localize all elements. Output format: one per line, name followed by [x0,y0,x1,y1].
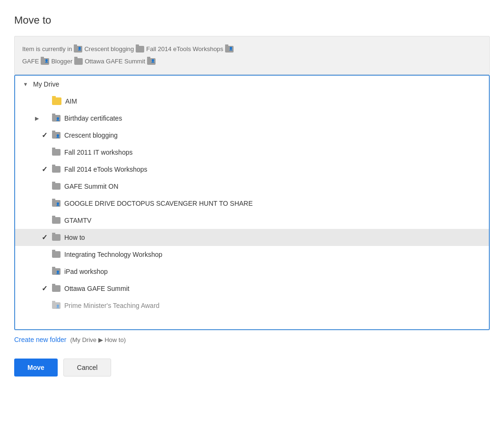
tree-item-crescent-label: Crescent blogging [64,131,118,139]
dialog-title: Move to [14,9,490,26]
location-line-2: GAFE Blogger Ottawa GAFE Summit [22,55,482,68]
shared-folder-icon [74,46,82,53]
tree-item-ipad-label: iPad workshop [64,268,108,275]
location-folder-fall2014 [136,46,144,53]
location-folder-fall2014-label: Fall 2014 eTools Workshops [146,43,223,55]
tree-item-gafe-summit-label: GAFE Summit ON [64,183,118,190]
tree-item-fall2011-label: Fall 2011 IT workshops [64,149,132,156]
location-folder-crescent [74,46,82,53]
yellow-folder-icon [52,97,61,105]
move-button[interactable]: Move [14,359,58,377]
location-folder-ottawa [74,58,83,65]
tree-item-ipad[interactable]: iPad workshop [15,263,489,280]
location-folder-blogger [41,58,49,65]
tree-item-fall2014-label: Fall 2014 eTools Workshops [64,166,148,173]
shared-folder-icon [225,46,234,53]
shared-folder-icon [147,58,156,65]
current-location-box: Item is currently in Crescent blogging F… [14,36,490,75]
folder-icon [52,285,61,292]
location-folder-blogger-label: Blogger [51,55,72,68]
check-mark: ✓ [42,233,52,242]
check-mark: ✓ [42,131,52,140]
cancel-button[interactable]: Cancel [63,359,112,377]
folder-icon [52,149,61,156]
breadcrumb: (My Drive ▶ How to) [70,336,126,343]
tree-item-birthday[interactable]: ▶ Birthday certificates [15,110,489,127]
folder-icon [52,217,61,224]
shared-folder-icon [52,132,61,139]
tree-item-gtamtv[interactable]: GTAMTV [15,212,489,229]
tree-item-google-drive-label: GOOGLE DRIVE DOCTOPUS SCAVENGER HUNT TO … [64,200,253,207]
my-drive-label: My Drive [33,80,59,88]
shared-folder-icon [52,115,61,122]
tree-item-google-drive[interactable]: GOOGLE DRIVE DOCTOPUS SCAVENGER HUNT TO … [15,195,489,212]
tree-item-crescent[interactable]: ✓ Crescent blogging [15,127,489,144]
tree-root-my-drive[interactable]: ▼ My Drive [15,76,489,93]
folder-icon [52,166,61,173]
tree-item-ottawa[interactable]: ✓ Ottawa GAFE Summit [15,280,489,297]
tree-item-prime[interactable]: Prime Minister's Teaching Award [15,297,489,314]
location-folder-ottawa-label: Ottawa GAFE Summit [85,55,145,68]
tree-item-howto-label: How to [64,234,85,241]
tree-item-aim[interactable]: AIM [15,93,489,110]
tree-item-ottawa-label: Ottawa GAFE Summit [64,285,130,292]
check-mark: ✓ [42,284,52,293]
location-line: Item is currently in Crescent blogging F… [22,43,482,55]
folder-icon [52,234,61,241]
folder-icon [136,46,144,53]
location-folder-ottawa-shared [147,58,156,65]
shared-folder-icon [52,200,61,207]
button-row: Move Cancel [14,359,490,377]
tree-item-integrating[interactable]: Integrating Technology Workshop [15,246,489,263]
tree-item-birthday-label: Birthday certificates [64,114,122,122]
location-folder-crescent-label: Crescent blogging [84,43,134,55]
shared-folder-icon [41,58,49,65]
check-mark: ✓ [42,165,52,174]
shared-folder-icon [52,268,61,275]
shared-folder-icon [52,302,61,309]
location-folder-gafe [225,46,234,53]
expand-icon[interactable]: ▶ [32,115,42,122]
tree-item-gafe-summit[interactable]: GAFE Summit ON [15,178,489,195]
tree-item-prime-label: Prime Minister's Teaching Award [64,302,159,309]
tree-item-fall2011[interactable]: Fall 2011 IT workshops [15,144,489,161]
folder-icon [52,183,61,190]
tree-item-howto[interactable]: ✓ How to [15,229,489,246]
folder-tree[interactable]: ▼ My Drive AIM ▶ Birthday certificates ✓… [14,75,490,330]
tree-item-aim-label: AIM [65,97,77,105]
bottom-area: Create new folder (My Drive ▶ How to) [14,330,490,349]
folder-icon [74,58,83,65]
tree-item-fall2014[interactable]: ✓ Fall 2014 eTools Workshops [15,161,489,178]
current-location-prefix: Item is currently in [22,43,72,55]
expand-icon: ▼ [21,81,30,87]
folder-icon [52,251,61,258]
tree-item-integrating-label: Integrating Technology Workshop [64,251,162,258]
location-folder-gafe-label: GAFE [22,55,39,68]
tree-item-gtamtv-label: GTAMTV [64,217,91,224]
create-folder-link[interactable]: Create new folder [14,336,67,343]
